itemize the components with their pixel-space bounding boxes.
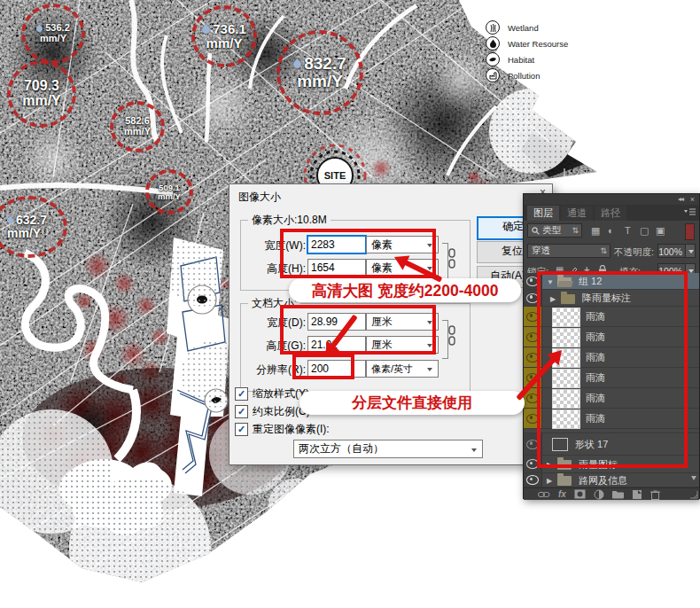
filter-type-select[interactable]: 类型⇅ (527, 223, 582, 238)
chevron-down-icon (471, 448, 477, 452)
callout-hd-size: 高清大图 宽度约2200-4000 (289, 278, 521, 302)
panel-toolbar: fx (524, 487, 699, 500)
updown-icon: ⇅ (572, 226, 579, 235)
legend-label: Pollution (508, 71, 540, 81)
rain-unit: mm/Y (206, 36, 243, 51)
rain-value: 509.1 (159, 183, 180, 192)
layer-row-road-network[interactable]: ▶ 路网及信息 (524, 473, 699, 487)
layer-name[interactable]: 路网及信息 (579, 473, 627, 487)
pollution-icon (486, 68, 500, 82)
checkbox-check-icon: ✓ (235, 405, 248, 418)
blend-mode-select[interactable]: 穿透⇅ (527, 244, 611, 258)
chain-link-icon (447, 325, 456, 347)
legend-row: Water Resourse (486, 35, 568, 51)
water-resource-icon (486, 36, 500, 51)
resolution-unit-select[interactable]: 像素/英寸 (366, 360, 439, 378)
layer-mask-icon[interactable] (574, 489, 586, 499)
blend-row: 穿透⇅ 不透明度: 100% (524, 240, 699, 261)
search-icon (532, 227, 540, 235)
resize-grip-icon[interactable] (690, 491, 698, 499)
dialog-title: 图像大小 (238, 190, 281, 205)
rain-badge-509: 509.1 mm/Y (145, 169, 193, 214)
filter-adjustment-icon[interactable]: ◐ (608, 225, 614, 236)
rain-value: 632.7 (16, 214, 47, 227)
annotation-rect-resolution (292, 354, 354, 379)
tab-paths[interactable]: 路径 (595, 206, 626, 221)
screenshot-stage: SITE 536.2 mm/Y 736.1 mm/Y 832.7 mm/Y 70… (0, 0, 700, 608)
map-legend: Wetland Water Resourse Habitat Pollution (486, 19, 568, 83)
raindrop-icon (292, 58, 303, 70)
close-panel-icon[interactable]: × (690, 195, 695, 204)
habitat-icon (486, 52, 500, 66)
panel-menu-icon[interactable] (684, 208, 696, 217)
resample-method-select[interactable]: 两次立方（自动） (293, 440, 483, 458)
disclosure-closed-icon[interactable]: ▶ (547, 477, 552, 485)
rain-badge-582: 582.6 mm/Y (110, 101, 165, 152)
panel-titlebar[interactable]: ◂◂ × (524, 194, 699, 205)
rain-value: 832.7 (304, 55, 346, 73)
scale-styles-checkbox[interactable]: ✓ 缩放样式(Y) (235, 386, 309, 401)
delete-layer-icon[interactable] (650, 489, 660, 500)
filter-pixel-icon[interactable]: ▦ (591, 225, 600, 237)
raindrop-icon (6, 216, 15, 225)
collapse-panel-icon[interactable]: ◂◂ (678, 195, 683, 203)
rain-badge-736: 736.1 mm/Y (191, 5, 257, 67)
annotation-rect-layers (537, 271, 688, 468)
legend-row: Habitat (486, 51, 568, 67)
chevron-down-icon (427, 368, 432, 371)
eye-icon (526, 475, 539, 485)
legend-label: Wetland (508, 23, 539, 33)
filter-row: 类型⇅ ▦ ◐ T ▢ ▣ (524, 221, 699, 241)
updown-icon: ⇅ (600, 246, 607, 255)
filter-shape-icon[interactable]: ▢ (640, 225, 649, 237)
checkbox-label: 重定图像像素(I): (253, 422, 330, 437)
new-layer-icon[interactable] (632, 489, 642, 500)
pixel-size-label: 像素大小:10.8M (248, 213, 331, 228)
filter-type-icon[interactable]: T (625, 225, 631, 236)
rain-unit: mm/Y (40, 34, 66, 44)
annotation-rect-doc-size (280, 305, 436, 355)
dialog-titlebar[interactable]: 图像大小 × (229, 184, 552, 207)
new-group-icon[interactable] (612, 489, 624, 499)
tab-layers[interactable]: 图层 (527, 206, 559, 221)
annotation-rect-pixel-size (280, 229, 436, 278)
layer-style-icon[interactable]: fx (558, 489, 566, 500)
adjustment-layer-icon[interactable] (594, 489, 604, 500)
group-folder-icon (557, 476, 572, 486)
visibility-toggle[interactable] (524, 473, 542, 487)
rain-value: 709.3 (24, 79, 59, 94)
constrain-proportions-checkbox[interactable]: ✓ 约束比例(C) (235, 404, 310, 419)
filter-smart-object-icon[interactable]: ▣ (656, 225, 665, 237)
rain-badge-832: 832.7 mm/Y (276, 30, 363, 115)
resample-image-checkbox[interactable]: ✓ 重定图像像素(I): (235, 422, 330, 437)
legend-row: Pollution (486, 67, 568, 83)
rain-value: 736.1 (213, 22, 246, 36)
checkbox-check-icon: ✓ (235, 423, 248, 436)
chain-link-icon (447, 248, 456, 269)
rain-badge-709: 709.3 mm/Y (7, 60, 76, 128)
rain-unit: mm/Y (297, 73, 343, 90)
raindrop-icon (35, 24, 44, 33)
scroll-down-icon[interactable] (691, 476, 696, 480)
legend-label: Water Resourse (508, 39, 568, 49)
rain-unit: mm/Y (7, 227, 41, 240)
wetland-icon (486, 20, 500, 35)
opacity-value[interactable]: 100% (657, 244, 686, 258)
link-layers-icon[interactable] (538, 489, 550, 500)
legend-label: Habitat (508, 55, 534, 65)
site-label-svg: SITE (324, 170, 346, 181)
opacity-dropdown[interactable] (685, 244, 696, 258)
callout-layered-file: 分层文件直接使用 (299, 391, 525, 415)
rain-unit: mm/Y (158, 192, 181, 201)
tab-channels[interactable]: 通道 (561, 206, 593, 221)
rain-unit: mm/Y (124, 127, 151, 137)
rain-unit: mm/Y (22, 94, 61, 109)
checkbox-check-icon: ✓ (235, 387, 248, 401)
rain-badge-536: 536.2 mm/Y (21, 4, 85, 64)
filter-toggle[interactable] (685, 223, 695, 240)
opacity-label: 不透明度: (614, 246, 654, 259)
raindrop-icon (200, 24, 212, 35)
panel-tabs: 图层 通道 路径 (524, 205, 699, 221)
legend-row: Wetland (486, 19, 568, 35)
